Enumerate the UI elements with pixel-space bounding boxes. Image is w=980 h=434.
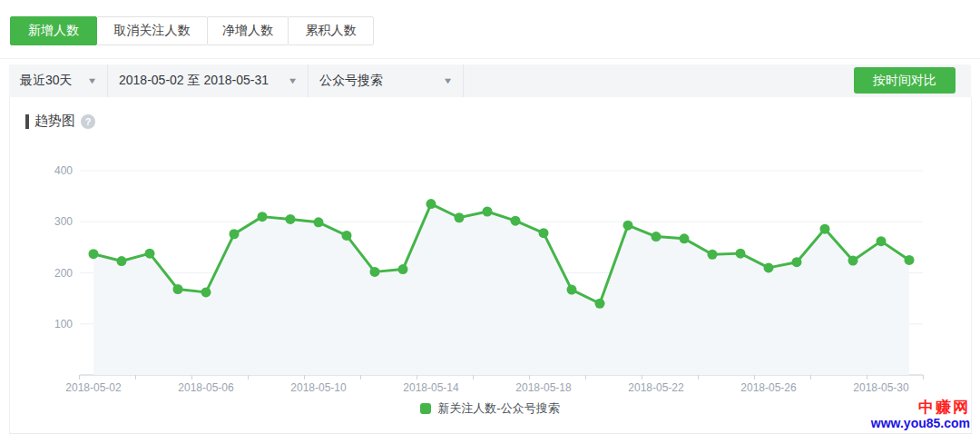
svg-text:2018-05-14: 2018-05-14 — [403, 381, 459, 394]
svg-text:2018-05-06: 2018-05-06 — [178, 381, 234, 394]
followers-analytics-page: 新增人数 取消关注人数 净增人数 累积人数 最近30天 ▼ 2018-05-02… — [0, 0, 980, 434]
data-point[interactable] — [877, 236, 887, 246]
data-point[interactable] — [426, 199, 436, 209]
data-point[interactable] — [511, 216, 521, 226]
data-point[interactable] — [820, 224, 830, 234]
svg-text:2018-05-26: 2018-05-26 — [740, 381, 797, 394]
data-point[interactable] — [764, 262, 774, 272]
data-point[interactable] — [342, 231, 352, 241]
data-point[interactable] — [455, 212, 465, 222]
data-point[interactable] — [398, 264, 408, 274]
data-point[interactable] — [286, 214, 296, 224]
svg-text:300: 300 — [54, 215, 73, 228]
svg-text:400: 400 — [54, 164, 73, 177]
svg-text:100: 100 — [54, 318, 73, 330]
data-point[interactable] — [370, 267, 380, 277]
data-point[interactable] — [117, 256, 127, 266]
legend-item[interactable]: 新关注人数-公众号搜索 — [0, 400, 980, 417]
data-point[interactable] — [539, 228, 549, 238]
svg-text:2018-05-02: 2018-05-02 — [65, 381, 122, 394]
x-axis — [80, 375, 924, 380]
data-point[interactable] — [652, 232, 662, 242]
data-point[interactable] — [848, 256, 858, 266]
svg-text:2018-05-18: 2018-05-18 — [515, 381, 572, 394]
data-point[interactable] — [314, 217, 324, 227]
svg-text:2018-05-10: 2018-05-10 — [290, 381, 347, 394]
data-point[interactable] — [792, 257, 802, 267]
tab-new-followers[interactable]: 新增人数 — [10, 16, 97, 45]
data-point[interactable] — [258, 212, 268, 222]
data-point[interactable] — [708, 250, 718, 260]
data-point[interactable] — [230, 229, 240, 239]
series-area-fill — [93, 204, 909, 375]
data-point[interactable] — [905, 255, 915, 265]
y-axis-labels: 100200300400 — [54, 164, 73, 330]
data-point[interactable] — [483, 207, 493, 217]
svg-text:2018-05-22: 2018-05-22 — [628, 381, 684, 394]
data-point[interactable] — [89, 249, 99, 259]
data-point[interactable] — [201, 287, 211, 297]
data-point[interactable] — [623, 221, 633, 231]
svg-text:2018-05-30: 2018-05-30 — [853, 381, 909, 394]
legend-label: 新关注人数-公众号搜索 — [437, 400, 559, 417]
data-point[interactable] — [680, 233, 690, 243]
data-point[interactable] — [173, 284, 183, 294]
trend-line-chart[interactable]: 1002003004002018-05-022018-05-062018-05-… — [0, 0, 980, 434]
data-point[interactable] — [595, 299, 605, 309]
legend-marker-icon — [420, 403, 431, 414]
x-axis-labels: 2018-05-022018-05-062018-05-102018-05-14… — [65, 381, 909, 394]
data-point[interactable] — [736, 249, 746, 259]
data-point[interactable] — [567, 285, 577, 295]
data-point[interactable] — [145, 249, 155, 259]
svg-text:200: 200 — [54, 267, 73, 280]
